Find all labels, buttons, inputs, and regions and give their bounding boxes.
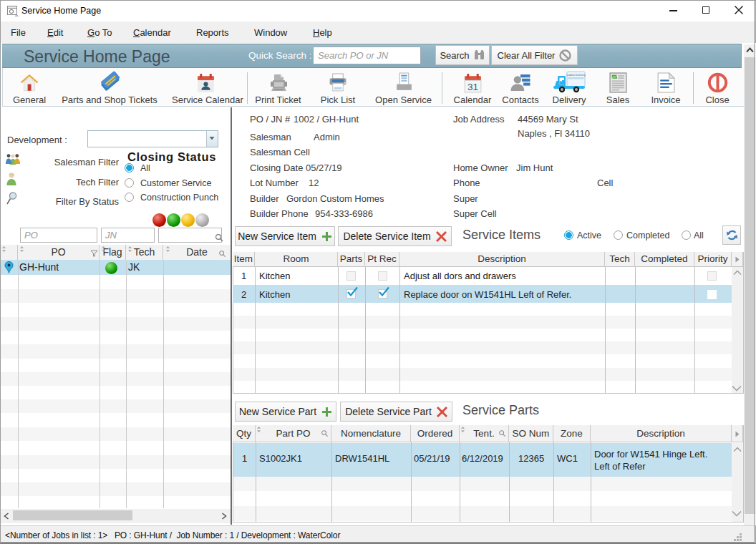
svg-text:Cabinet Delivery: Cabinet Delivery — [566, 74, 586, 77]
svg-text:31: 31 — [467, 82, 478, 92]
